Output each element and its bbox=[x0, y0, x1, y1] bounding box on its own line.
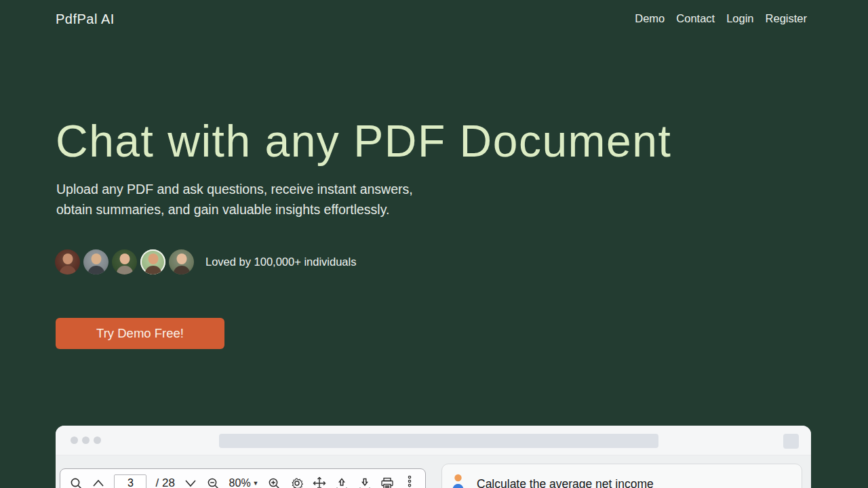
zoom-out-icon[interactable] bbox=[206, 476, 220, 488]
chevron-down-icon: ▼ bbox=[253, 480, 259, 487]
page-title: Chat with any PDF Document bbox=[56, 115, 671, 167]
pan-move-icon[interactable] bbox=[313, 476, 326, 488]
address-bar[interactable] bbox=[219, 434, 658, 448]
page-next-icon[interactable] bbox=[184, 476, 197, 488]
avatar bbox=[55, 249, 80, 274]
pdf-demo-window: / 28 80%▼ bbox=[56, 426, 811, 488]
traffic-dot bbox=[71, 436, 78, 444]
avatar-group bbox=[55, 249, 194, 274]
hero-subtitle-line1: Upload any PDF and ask questions, receiv… bbox=[56, 182, 413, 197]
page-number-input[interactable] bbox=[114, 474, 146, 488]
user-person-icon bbox=[450, 474, 467, 488]
top-nav: PdfPal AI Demo Contact Login Register bbox=[0, 0, 868, 38]
chat-message-bubble: Calculate the average net income bbox=[441, 464, 802, 488]
nav-link-login[interactable]: Login bbox=[726, 12, 753, 25]
window-traffic-lights bbox=[71, 436, 101, 444]
titlebar-button[interactable] bbox=[783, 434, 799, 449]
avatar bbox=[112, 249, 137, 274]
download-icon[interactable] bbox=[358, 476, 372, 488]
social-proof-text: Loved by 100,000+ individuals bbox=[205, 256, 356, 268]
avatar bbox=[140, 249, 165, 274]
try-demo-button[interactable]: Try Demo Free! bbox=[56, 318, 224, 349]
page-previous-icon[interactable] bbox=[92, 476, 105, 488]
print-icon[interactable] bbox=[380, 476, 394, 488]
brand-logo[interactable]: PdfPal AI bbox=[56, 12, 115, 27]
settings-gear-icon[interactable] bbox=[290, 476, 304, 488]
zoom-level-value: 80% bbox=[229, 477, 251, 488]
hero-subtitle: Upload any PDF and ask questions, receiv… bbox=[56, 179, 413, 220]
chat-message-text: Calculate the average net income bbox=[477, 477, 654, 488]
search-icon[interactable] bbox=[69, 476, 83, 488]
zoom-level-dropdown[interactable]: 80%▼ bbox=[229, 477, 259, 488]
zoom-in-icon[interactable] bbox=[268, 476, 281, 488]
page-total-label: / 28 bbox=[156, 476, 175, 488]
nav-links: Demo Contact Login Register bbox=[635, 12, 807, 25]
nav-link-contact[interactable]: Contact bbox=[676, 12, 715, 25]
upload-icon[interactable] bbox=[335, 476, 349, 488]
avatar bbox=[83, 249, 108, 274]
hero-subtitle-line2: obtain summaries, and gain valuable insi… bbox=[56, 202, 389, 217]
pdf-toolbar: / 28 80%▼ bbox=[60, 468, 426, 488]
window-titlebar bbox=[56, 426, 811, 455]
nav-link-demo[interactable]: Demo bbox=[635, 12, 665, 25]
traffic-dot bbox=[82, 436, 90, 444]
avatar bbox=[169, 249, 194, 274]
nav-link-register[interactable]: Register bbox=[766, 12, 807, 25]
traffic-dot bbox=[94, 436, 101, 444]
more-options-icon[interactable] bbox=[403, 476, 416, 488]
